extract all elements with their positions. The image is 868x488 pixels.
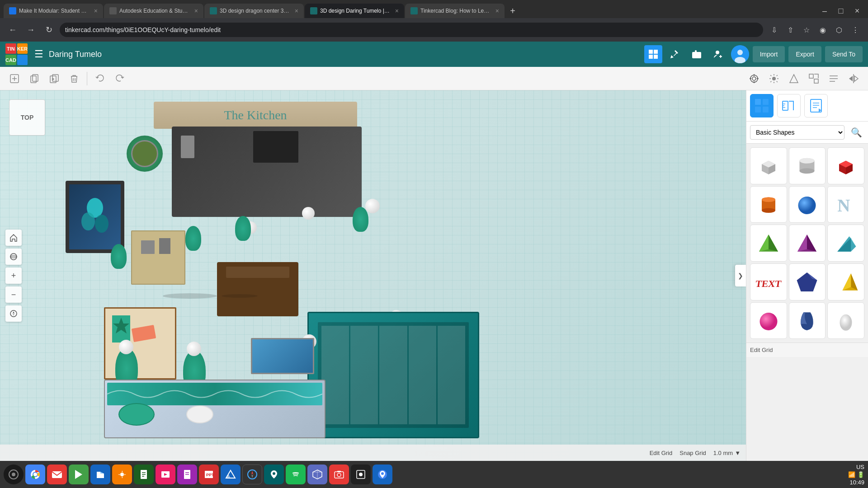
shape-sphere-blue[interactable] (789, 186, 826, 223)
shape-egg-white[interactable] (827, 302, 864, 339)
maximize-button[interactable]: □ (834, 4, 848, 18)
snap-grid-control[interactable]: 1.0 mm ▼ (713, 450, 741, 456)
shapes-view-button[interactable] (750, 94, 774, 117)
new-shape-button[interactable] (5, 70, 24, 88)
ppt-icon[interactable]: PPT (199, 465, 219, 484)
files-icon[interactable] (90, 465, 110, 484)
notes2-icon[interactable] (177, 465, 197, 484)
copy-paste-button[interactable] (25, 70, 43, 88)
profile-icon[interactable]: ◉ (816, 23, 830, 37)
compass-app-icon[interactable] (242, 465, 262, 484)
ruler-view-button[interactable] (777, 94, 801, 117)
tv-content (77, 194, 113, 239)
zoom-in-button[interactable]: + (5, 267, 22, 284)
play-store-icon[interactable] (69, 465, 89, 484)
tab-3[interactable]: 3D design dragon center 3d mod... × (204, 4, 304, 18)
redo-icon (115, 74, 125, 84)
chrome-icon[interactable] (25, 465, 45, 484)
zoom-out-button[interactable]: − (5, 286, 22, 303)
orbit-button[interactable] (5, 249, 22, 265)
tab-1-close[interactable]: × (94, 7, 98, 14)
home-view-button[interactable] (5, 230, 22, 246)
briefcase-icon[interactable] (688, 45, 706, 63)
light-icon[interactable] (765, 70, 783, 88)
drive-icon[interactable] (221, 465, 241, 484)
import-button[interactable]: Import (753, 46, 785, 62)
tab-2-close[interactable]: × (194, 7, 198, 14)
build-icon[interactable] (666, 45, 684, 63)
canvas-area[interactable]: TOP The Kitchen (0, 90, 746, 461)
avatar-icon[interactable] (731, 45, 749, 63)
shape-vase-blue[interactable] (789, 302, 826, 339)
share-icon[interactable]: ⇧ (783, 23, 797, 37)
shapes-category-select[interactable]: Basic Shapes (750, 125, 844, 140)
maps2-icon[interactable] (373, 465, 392, 484)
panel-toggle[interactable]: ❯ (735, 265, 746, 286)
group-icon[interactable] (805, 70, 823, 88)
forward-button[interactable]: → (24, 23, 38, 37)
spotify-icon[interactable] (286, 465, 306, 484)
camera-app-icon[interactable] (329, 465, 349, 484)
search-shapes-button[interactable]: 🔍 (848, 124, 864, 141)
edit-grid-label[interactable]: Edit Grid (650, 450, 673, 456)
redo-button[interactable] (111, 70, 129, 88)
shape-cylinder-gray[interactable] (789, 147, 826, 184)
grid-view-icon[interactable] (644, 45, 662, 63)
delete-button[interactable] (65, 70, 83, 88)
bookmark-icon[interactable]: ☆ (799, 23, 814, 37)
export-button[interactable]: Export (788, 46, 821, 62)
minimize-button[interactable]: – (817, 4, 832, 18)
shape-teal-prism[interactable] (827, 225, 864, 262)
shape-box-red[interactable] (827, 147, 864, 184)
send-to-button[interactable]: Send To (825, 46, 863, 62)
taskbar-power-icon[interactable] (4, 465, 24, 484)
reset-view-button[interactable] (5, 305, 22, 322)
shape-box-gray[interactable] (750, 147, 787, 184)
notes-icon (808, 98, 824, 114)
tab-2[interactable]: Autodesk Education & Student A... × (104, 4, 203, 18)
tab-4[interactable]: 3D design Daring Tumelo | Tinke... × (305, 4, 404, 18)
slides-icon[interactable] (156, 465, 175, 484)
shape-pentagon-blue[interactable] (789, 263, 826, 300)
duplicate-button[interactable] (45, 70, 63, 88)
notes-view-button[interactable] (804, 94, 828, 117)
tab-3-close[interactable]: × (295, 7, 298, 14)
undo-button[interactable] (91, 70, 109, 88)
tab-5[interactable]: Tinkercad Blog: How to Level Up... × (405, 4, 505, 18)
mirror-icon[interactable] (844, 70, 863, 88)
tab-1[interactable]: Make It Modular: Student Design... × (4, 4, 103, 18)
svg-text:N: N (837, 196, 850, 215)
reload-button[interactable]: ↻ (42, 23, 56, 37)
tab-5-close[interactable]: × (495, 7, 499, 14)
logo-k (17, 55, 28, 65)
menu-lines-icon[interactable]: ☰ (34, 48, 43, 60)
new-tab-button[interactable]: + (505, 4, 520, 18)
address-bar[interactable]: tinkercad.com/things/0iE1OOEQUcY-daring-… (60, 23, 763, 37)
back-button[interactable]: ← (5, 23, 20, 37)
shape-pyramid-yellow[interactable] (827, 263, 864, 300)
close-button[interactable]: × (850, 4, 864, 18)
user-add-icon[interactable] (709, 45, 727, 63)
extensions-icon[interactable]: ⬡ (832, 23, 846, 37)
shape-cylinder-orange[interactable] (750, 186, 787, 223)
cube-icon[interactable] (307, 465, 327, 484)
align-icon[interactable] (825, 70, 843, 88)
screenshot-icon[interactable] (351, 465, 371, 484)
docs-icon[interactable] (134, 465, 154, 484)
svg-rect-116 (337, 471, 341, 472)
shape-tool-icon[interactable] (785, 70, 803, 88)
shape-sphere-pink[interactable] (750, 302, 787, 339)
menu-icon[interactable]: ⋮ (848, 23, 863, 37)
gmail-icon[interactable] (47, 465, 67, 484)
settings-svg (116, 468, 128, 481)
edit-grid-link[interactable]: Edit Grid (750, 347, 773, 353)
shape-text-red[interactable]: TEXT (750, 263, 787, 300)
settings-icon[interactable] (112, 465, 132, 484)
map-icon[interactable] (264, 465, 284, 484)
shape-pyramid-purple[interactable] (789, 225, 826, 262)
tab-4-close[interactable]: × (395, 7, 399, 14)
shape-pyramid-green[interactable] (750, 225, 787, 262)
camera-icon[interactable] (745, 70, 763, 88)
download-icon[interactable]: ⇩ (767, 23, 781, 37)
shape-letter-n[interactable]: N (827, 186, 864, 223)
